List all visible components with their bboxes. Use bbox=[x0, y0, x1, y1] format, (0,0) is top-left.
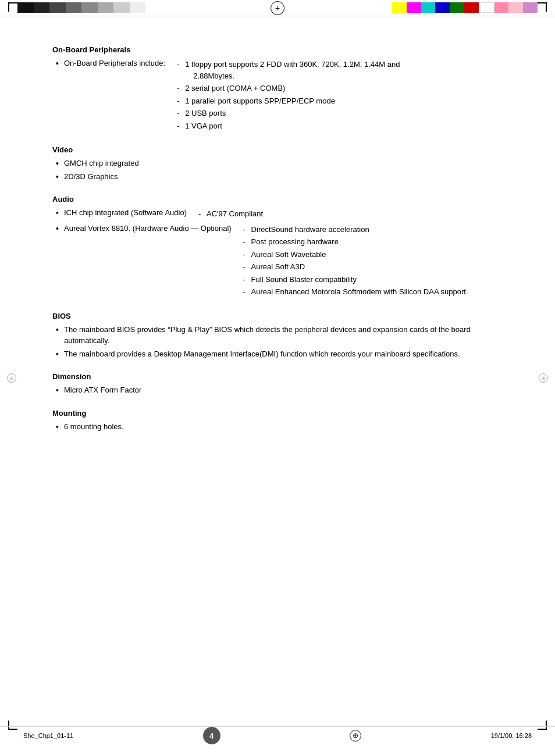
header-crosshair-center bbox=[271, 1, 284, 15]
on-board-sub-4: 2 USB ports bbox=[177, 108, 400, 119]
audio-sub-2e: Full Sound Blaster compatibility bbox=[243, 274, 468, 286]
color-block-1 bbox=[17, 2, 34, 13]
color-block-6 bbox=[98, 2, 114, 13]
mounting-list: 6 mounting holes. bbox=[52, 421, 503, 433]
header-bar bbox=[0, 0, 555, 16]
section-on-board-peripherals: On-Board Peripherals On-Board Peripheral… bbox=[52, 45, 503, 133]
bios-list: The mainboard BIOS provides “Plug & Play… bbox=[52, 324, 503, 360]
page-container: ⊕ ⊕ On-Board Peripherals On-Board Periph… bbox=[0, 0, 555, 756]
corner-bracket-top-left bbox=[8, 2, 17, 12]
audio-sub-2f: Aureal Enhanced Motorola Softmodem with … bbox=[243, 286, 468, 298]
audio-item-1: ICH chip integrated (Software Audio) AC'… bbox=[52, 207, 503, 221]
audio-sub-1a: AC'97 Compliant bbox=[198, 208, 263, 220]
on-board-sub-1: 1 floppy port supports 2 FDD with 360K, … bbox=[177, 59, 400, 81]
color-block-8 bbox=[130, 2, 146, 13]
mounting-item-1: 6 mounting holes. bbox=[52, 421, 503, 433]
footer-filename: She_Chp1_01-11 bbox=[23, 732, 73, 739]
video-item-2: 2D/3D Graphics bbox=[52, 171, 503, 183]
color-r-1 bbox=[392, 2, 407, 13]
mounting-title: Mounting bbox=[52, 409, 503, 418]
video-list: GMCH chip integrated 2D/3D Graphics bbox=[52, 158, 503, 182]
crosshair-symbol bbox=[271, 1, 284, 15]
bios-item-2: The mainboard provides a Desktop Managem… bbox=[52, 348, 503, 360]
on-board-sub-3: 1 parallel port supports SPP/EPP/ECP mod… bbox=[177, 95, 400, 107]
color-r-4 bbox=[435, 2, 450, 13]
section-bios: BIOS The mainboard BIOS provides “Plug &… bbox=[52, 312, 503, 360]
color-block-7 bbox=[113, 2, 130, 13]
main-content: On-Board Peripherals On-Board Peripheral… bbox=[0, 16, 555, 480]
color-block-2 bbox=[34, 2, 50, 13]
audio-item-2: Aureal Vortex 8810. (Hardware Audio — Op… bbox=[52, 223, 503, 299]
footer: She_Chp1_01-11 4 ⊕ 19/1/00, 16:28 bbox=[0, 726, 555, 744]
section-mounting: Mounting 6 mounting holes. bbox=[52, 409, 503, 433]
audio-sub-2a: DirectSound hardware acceleration bbox=[243, 224, 468, 236]
on-board-sub-list: 1 floppy port supports 2 FDD with 360K, … bbox=[177, 59, 400, 133]
video-title: Video bbox=[52, 145, 503, 154]
audio-title: Audio bbox=[52, 195, 503, 204]
color-block-4 bbox=[66, 2, 82, 13]
section-video: Video GMCH chip integrated 2D/3D Graphic… bbox=[52, 145, 503, 182]
bios-title: BIOS bbox=[52, 312, 503, 320]
color-r-3 bbox=[421, 2, 436, 13]
color-r-5 bbox=[450, 2, 464, 13]
color-r-7 bbox=[479, 2, 494, 13]
on-board-item-1: On-Board Peripherals include: 1 floppy p… bbox=[52, 58, 503, 133]
color-r-2 bbox=[407, 2, 421, 13]
color-strip-left bbox=[17, 2, 145, 13]
color-r-6 bbox=[464, 2, 479, 13]
on-board-title: On-Board Peripherals bbox=[52, 45, 503, 54]
section-audio: Audio ICH chip integrated (Software Audi… bbox=[52, 195, 503, 299]
audio-sub-2d: Aureal Soft A3D bbox=[243, 261, 468, 273]
dimension-title: Dimension bbox=[52, 372, 503, 381]
on-board-sub-5: 1 VGA port bbox=[177, 120, 400, 132]
on-board-list: On-Board Peripherals include: 1 floppy p… bbox=[52, 58, 503, 133]
color-strip-right bbox=[392, 2, 538, 13]
audio-sub-2c: Aureal Soft Wavetable bbox=[243, 249, 468, 261]
bios-item-1: The mainboard BIOS provides “Plug & Play… bbox=[52, 324, 503, 347]
video-item-1: GMCH chip integrated bbox=[52, 158, 503, 169]
corner-bracket-top-right bbox=[538, 2, 547, 12]
dimension-item-1: Micro ATX Form Factor bbox=[52, 384, 503, 396]
footer-date: 19/1/00, 16:28 bbox=[491, 732, 532, 739]
footer-crosshair-symbol: ⊕ bbox=[350, 730, 361, 741]
page-number: 4 bbox=[203, 727, 220, 744]
color-block-5 bbox=[81, 2, 98, 13]
audio-sub-2b: Post processing hardware bbox=[243, 236, 468, 248]
color-r-9 bbox=[508, 2, 523, 13]
footer-center: 4 bbox=[203, 727, 220, 744]
audio-sub-list-2: DirectSound hardware acceleration Post p… bbox=[243, 224, 468, 299]
on-board-sub-2: 2 serial port (COMA + COMB) bbox=[177, 83, 400, 94]
dimension-list: Micro ATX Form Factor bbox=[52, 384, 503, 396]
audio-list: ICH chip integrated (Software Audio) AC'… bbox=[52, 207, 503, 299]
section-dimension: Dimension Micro ATX Form Factor bbox=[52, 372, 503, 396]
color-r-10 bbox=[523, 2, 538, 13]
color-block-3 bbox=[49, 2, 66, 13]
audio-sub-list-1: AC'97 Compliant bbox=[198, 208, 263, 221]
color-r-8 bbox=[494, 2, 509, 13]
